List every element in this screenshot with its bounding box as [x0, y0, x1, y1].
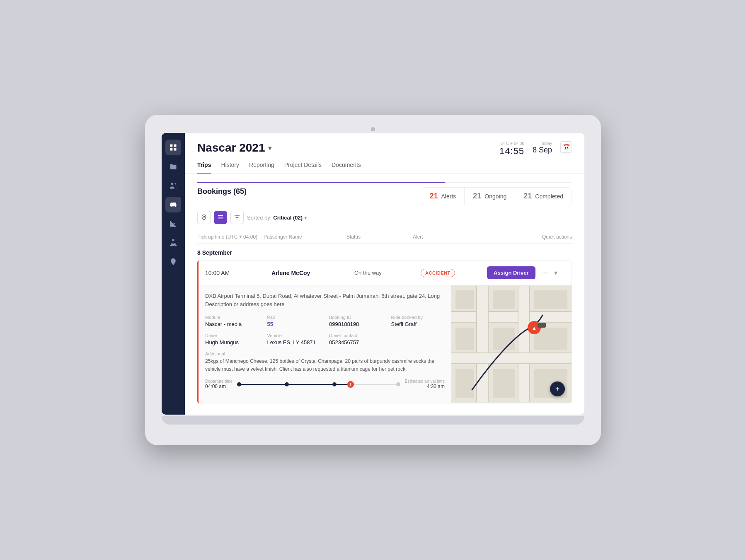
svg-rect-26 [529, 286, 530, 402]
svg-rect-32 [534, 290, 567, 309]
booking-details: DXB Airport Terminal 5, Dubai Road, Al w… [199, 285, 451, 403]
tab-documents[interactable]: Documents [332, 162, 361, 173]
date-display: 8 Sep [533, 146, 552, 154]
time-col: UTC + 04:00 14:55 [499, 141, 524, 157]
col-pickup-time: Pick up time (UTC + 04:00) [197, 234, 264, 240]
svg-rect-9 [170, 245, 172, 246]
booking-id-item: Booking ID 0998188198 [329, 315, 383, 327]
timeline-alert-dot: ! [347, 381, 354, 388]
actions-group: Assign Driver ··· ▾ [487, 266, 565, 279]
svg-rect-37 [493, 369, 515, 398]
svg-rect-2 [170, 148, 173, 151]
map-section: ▲ + [451, 285, 572, 403]
svg-rect-14 [218, 215, 223, 216]
vehicle-item: Vehicle Lexus ES, LY 45871 [267, 333, 321, 345]
alert-badge: ACCIDENT [421, 269, 455, 277]
arrival-block: Estimated arrival time 4:30 am [405, 379, 445, 389]
driver-contact-item: Driver contact 0523456757 [329, 333, 383, 345]
booking-row: 10:00 AM Arlene McCoy On the way ACCIDEN… [199, 261, 572, 285]
filter-btn[interactable] [230, 211, 244, 224]
svg-rect-1 [174, 145, 177, 147]
svg-rect-33 [455, 328, 474, 350]
svg-rect-16 [218, 219, 223, 219]
svg-rect-31 [493, 290, 515, 309]
sidebar-item-grid[interactable] [165, 140, 181, 155]
svg-text:▲: ▲ [532, 325, 537, 331]
svg-rect-36 [455, 369, 474, 398]
timezone-label: UTC + 04:00 [501, 141, 524, 146]
tab-trips[interactable]: Trips [197, 162, 211, 173]
svg-rect-8 [172, 239, 174, 241]
tab-reporting[interactable]: Reporting [249, 162, 274, 173]
fab-button[interactable]: + [550, 381, 565, 396]
pax-item: Pax 55 [267, 315, 321, 327]
svg-point-4 [171, 183, 173, 185]
timeline-dot-1 [237, 382, 241, 386]
svg-rect-28 [451, 352, 572, 353]
svg-rect-15 [218, 217, 223, 217]
project-dropdown-icon[interactable]: ▾ [268, 144, 271, 152]
assign-driver-button[interactable]: Assign Driver [487, 266, 535, 279]
expand-icon[interactable]: ▾ [554, 269, 557, 277]
progress-bar [197, 182, 572, 183]
map-view-btn[interactable] [197, 211, 211, 224]
sidebar-item-org[interactable] [165, 235, 181, 251]
sort-chevron-icon: ▾ [304, 215, 307, 221]
calendar-icon[interactable]: 📅 [560, 141, 572, 153]
passenger-name: Arlene McCoy [271, 270, 354, 276]
sidebar-item-users[interactable] [165, 178, 181, 193]
stat-ongoing: 21 Ongoing [465, 188, 515, 205]
svg-rect-0 [170, 145, 173, 147]
additional-section: Additional 25kgs of Manchego Cheese, 125… [205, 351, 445, 373]
timeline-dot-2 [285, 382, 289, 386]
main-content: Nascar 2021 ▾ UTC + 04:00 14:55 Today 8 … [185, 133, 584, 415]
status-text: On the way [354, 270, 421, 276]
stats-bar: 21 Alerts 21 Ongoing 21 Completed [421, 187, 572, 205]
svg-rect-30 [455, 290, 474, 309]
table-header: Pick up time (UTC + 04:00) Passenger Nam… [197, 231, 572, 244]
svg-rect-24 [518, 286, 530, 402]
tabs-bar: Trips History Reporting Project Details … [185, 157, 584, 174]
svg-rect-41 [538, 323, 546, 328]
header: Nascar 2021 ▾ UTC + 04:00 14:55 Today 8 … [185, 133, 584, 157]
list-view-btn[interactable] [214, 211, 227, 224]
col-passenger: Passenger Name [264, 234, 346, 240]
stat-alerts: 21 Alerts [421, 188, 465, 205]
sort-value: Critical (02) [273, 215, 303, 221]
svg-point-7 [174, 205, 176, 206]
date-separator: 8 September [197, 244, 572, 260]
sidebar-item-folder[interactable] [165, 159, 181, 174]
alerts-label: Alerts [441, 193, 456, 200]
ride-booked-item: Ride booked by Steffi Graff [391, 315, 445, 327]
col-status: Status [346, 234, 413, 240]
svg-point-6 [171, 205, 172, 206]
bookings-header: Bookings (65) [197, 187, 247, 196]
project-title-group: Nascar 2021 ▾ [197, 141, 271, 154]
driver-item: Driver Hugh Mungus [205, 333, 259, 345]
tab-history[interactable]: History [221, 162, 239, 173]
departure-block: Departure time 04:00 am [205, 379, 233, 389]
timeline-bar: ! [239, 380, 398, 389]
svg-rect-29 [451, 363, 572, 364]
svg-rect-21 [476, 286, 489, 402]
svg-rect-3 [174, 148, 177, 151]
header-time-block: UTC + 04:00 14:55 Today 8 Sep 📅 [499, 141, 572, 157]
svg-rect-19 [451, 311, 572, 312]
svg-point-5 [174, 183, 176, 184]
svg-rect-18 [451, 311, 572, 323]
col-quick-actions: Quick actions [479, 234, 572, 240]
sidebar-item-pin[interactable] [165, 254, 181, 270]
sort-dropdown[interactable]: Sorted by: Critical (02) ▾ [247, 215, 307, 221]
svg-rect-27 [451, 352, 572, 364]
sidebar-item-car[interactable] [165, 197, 181, 212]
alerts-number: 21 [429, 192, 438, 200]
completed-number: 21 [523, 192, 532, 200]
sidebar-item-chart[interactable] [165, 216, 181, 232]
svg-rect-23 [488, 286, 489, 402]
alert-badge-wrapper: ACCIDENT [421, 269, 487, 277]
tab-project-details[interactable]: Project Details [284, 162, 322, 173]
more-options-icon[interactable]: ··· [539, 268, 551, 278]
today-label: Today [541, 141, 552, 146]
completed-label: Completed [535, 193, 563, 200]
booking-expanded: DXB Airport Terminal 5, Dubai Road, Al w… [199, 285, 572, 403]
